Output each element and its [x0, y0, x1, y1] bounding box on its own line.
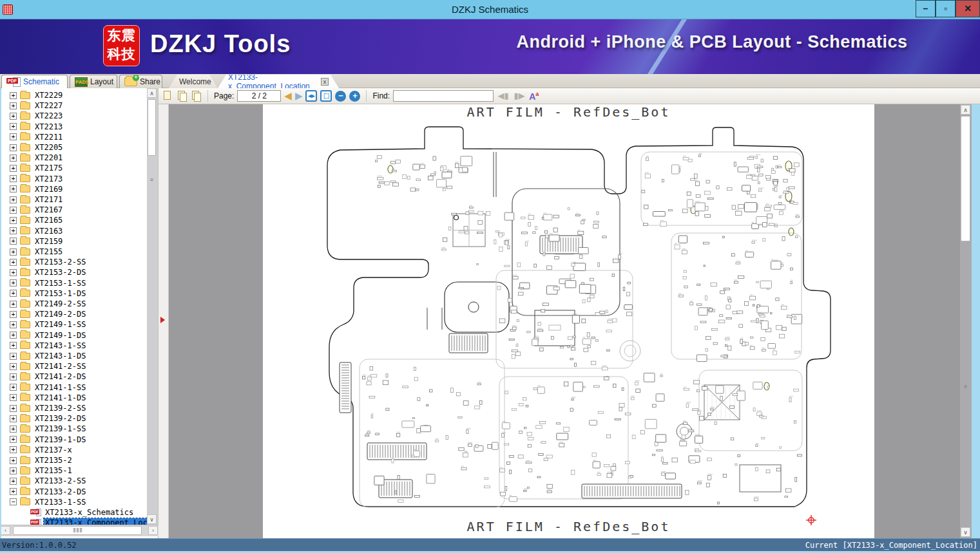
expand-toggle-icon[interactable]: + — [10, 165, 17, 172]
expand-toggle-icon[interactable]: + — [10, 426, 17, 433]
expand-toggle-icon[interactable]: + — [10, 92, 17, 99]
tab-layout[interactable]: PADS Layout — [70, 75, 117, 88]
expand-toggle-icon[interactable]: + — [10, 353, 17, 360]
expand-toggle-icon[interactable]: + — [10, 321, 17, 328]
scroll-down-icon[interactable]: ∨ — [147, 514, 157, 524]
expand-toggle-icon[interactable]: + — [10, 363, 17, 370]
viewer-scrollbar-thumb[interactable] — [961, 116, 970, 241]
zoom-out-button[interactable]: − — [335, 91, 346, 102]
tree-folder-XT2143-1-DS[interactable]: +XT2143-1-DS — [0, 351, 87, 361]
tree-horizontal-scrollbar[interactable]: ‹ ⦀⦀⦀ › — [0, 525, 159, 536]
next-page-button[interactable]: ▶ — [295, 90, 303, 102]
scroll-up-icon[interactable]: ∧ — [961, 105, 970, 115]
tree-folder-XT2169[interactable]: +XT2169 — [0, 184, 64, 194]
folder-tree[interactable]: +XT2229+XT2227+XT2223+XT2213+XT2211+XT22… — [0, 88, 147, 525]
zoom-in-button[interactable]: + — [349, 91, 360, 102]
expand-toggle-icon[interactable]: + — [10, 123, 17, 130]
expand-toggle-icon[interactable]: + — [10, 446, 17, 453]
tree-folder-XT2213[interactable]: +XT2213 — [0, 122, 64, 132]
multi-page-view-icon[interactable] — [191, 90, 202, 102]
tree-folder-XT2159[interactable]: +XT2159 — [0, 236, 64, 247]
tree-folder-XT2173[interactable]: +XT2173 — [0, 174, 64, 184]
doc-tab-component-location[interactable]: XT2133-x_Component_Location x — [218, 75, 339, 88]
tree-folder-XT2153-2-SS[interactable]: +XT2153-2-SS — [0, 257, 87, 267]
expand-toggle-icon[interactable]: + — [10, 394, 17, 401]
tree-folder-XT2149-2-SS[interactable]: +XT2149-2-SS — [0, 299, 87, 309]
tree-folder-XT2141-1-SS[interactable]: +XT2141-1-SS — [0, 382, 87, 393]
tree-folder-XT2171[interactable]: +XT2171 — [0, 194, 64, 205]
scroll-down-icon[interactable]: ∨ — [961, 527, 970, 537]
tree-vertical-scrollbar[interactable]: ∧ ≡ ∨ — [147, 88, 158, 525]
maximize-button[interactable]: ▫ — [936, 0, 956, 17]
splitter-collapse-icon[interactable] — [160, 317, 165, 323]
tree-folder-XT2143-1-SS[interactable]: +XT2143-1-SS — [0, 341, 87, 351]
expand-toggle-icon[interactable]: + — [10, 373, 17, 380]
tree-folder-XT2227[interactable]: +XT2227 — [0, 100, 64, 111]
tree-folder-XT2137-x[interactable]: +XT2137-x — [0, 445, 73, 455]
expand-toggle-icon[interactable]: + — [10, 436, 17, 443]
find-next-button[interactable]: ▮▶ — [513, 91, 526, 101]
scroll-up-icon[interactable]: ∧ — [147, 88, 157, 98]
tab-schematic[interactable]: PDF Schematic — [1, 75, 68, 88]
expand-toggle-icon[interactable]: + — [10, 342, 17, 349]
doc-tab-close-icon[interactable]: x — [321, 78, 329, 86]
find-input[interactable] — [393, 90, 494, 102]
tree-folder-XT2149-2-DS[interactable]: +XT2149-2-DS — [0, 309, 87, 319]
expand-toggle-icon[interactable]: + — [10, 488, 17, 495]
expand-toggle-icon[interactable]: + — [10, 259, 17, 266]
fit-page-button[interactable]: ⬚ — [320, 90, 332, 102]
tree-folder-XT2149-1-DS[interactable]: +XT2149-1-DS — [0, 330, 87, 341]
tree-folder-XT2139-1-SS[interactable]: +XT2139-1-SS — [0, 424, 87, 434]
tree-folder-XT2149-1-SS[interactable]: +XT2149-1-SS — [0, 319, 87, 330]
expand-toggle-icon[interactable]: + — [10, 155, 17, 162]
close-button[interactable]: ✕ — [956, 0, 980, 17]
expand-toggle-icon[interactable]: + — [10, 185, 17, 192]
tree-folder-XT2155[interactable]: +XT2155 — [0, 247, 64, 257]
tree-folder-XT2201[interactable]: +XT2201 — [0, 153, 64, 163]
tree-folder-XT2153-1-DS[interactable]: +XT2153-1-DS — [0, 288, 87, 299]
tab-share[interactable]: + Share — [119, 75, 162, 88]
expand-toggle-icon[interactable]: + — [10, 133, 17, 140]
expand-toggle-icon[interactable]: + — [10, 279, 17, 286]
expand-toggle-icon[interactable]: + — [10, 457, 17, 464]
tree-folder-XT2139-2-DS[interactable]: +XT2139-2-DS — [0, 413, 87, 424]
expand-toggle-icon[interactable]: + — [10, 311, 17, 318]
expand-toggle-icon[interactable]: + — [10, 144, 17, 151]
expand-toggle-icon[interactable]: + — [10, 175, 17, 182]
tree-pdf-item-XT2133-x_Schematics[interactable]: PDFXT2133-x_Schematics — [0, 507, 135, 518]
tree-folder-XT2133-2-DS[interactable]: +XT2133-2-DS — [0, 487, 87, 497]
tree-scrollbar-thumb[interactable] — [148, 99, 156, 156]
expand-toggle-icon[interactable]: + — [10, 196, 17, 203]
tree-folder-XT2205[interactable]: +XT2205 — [0, 142, 64, 153]
tree-folder-XT2175[interactable]: +XT2175 — [0, 163, 64, 173]
tree-folder-XT2139-1-DS[interactable]: +XT2139-1-DS — [0, 435, 87, 445]
expand-toggle-icon[interactable]: + — [10, 478, 17, 485]
scroll-right-icon[interactable]: › — [148, 526, 158, 535]
title-bar[interactable]: DZKJ Schematics – ▫ ✕ — [0, 0, 980, 19]
expand-toggle-icon[interactable]: + — [10, 332, 17, 339]
tree-folder-XT2223[interactable]: +XT2223 — [0, 111, 64, 121]
find-previous-button[interactable]: ◀▮ — [497, 91, 510, 101]
sidebar-splitter[interactable] — [159, 104, 169, 538]
expand-toggle-icon[interactable]: + — [10, 113, 17, 120]
tree-folder-XT2133-1-SS[interactable]: −XT2133-1-SS — [0, 497, 87, 507]
tree-folder-XT2165[interactable]: +XT2165 — [0, 215, 64, 225]
tree-folder-XT2167[interactable]: +XT2167 — [0, 205, 64, 215]
doc-tab-welcome[interactable]: Welcome — [169, 75, 218, 88]
expand-toggle-icon[interactable]: + — [10, 248, 17, 256]
tree-folder-XT2135-1[interactable]: +XT2135-1 — [0, 465, 73, 476]
tree-folder-XT2133-2-SS[interactable]: +XT2133-2-SS — [0, 476, 87, 486]
tree-hscrollbar-thumb[interactable]: ⦀⦀⦀ — [13, 526, 142, 535]
collapse-toggle-icon[interactable]: − — [10, 498, 17, 505]
tree-folder-XT2139-2-SS[interactable]: +XT2139-2-SS — [0, 403, 87, 413]
tree-folder-XT2229[interactable]: +XT2229 — [0, 90, 64, 100]
expand-toggle-icon[interactable]: + — [10, 217, 17, 224]
expand-toggle-icon[interactable]: + — [10, 102, 17, 109]
tree-folder-XT2135-2[interactable]: +XT2135-2 — [0, 455, 73, 465]
viewer-vertical-scrollbar[interactable]: ∧ ≡ ∨ — [960, 104, 972, 538]
expand-toggle-icon[interactable]: + — [10, 467, 17, 474]
single-page-view-icon[interactable] — [162, 90, 173, 102]
expand-toggle-icon[interactable]: + — [10, 238, 17, 245]
tree-folder-XT2141-1-DS[interactable]: +XT2141-1-DS — [0, 393, 87, 403]
previous-page-button[interactable]: ◀ — [284, 90, 292, 102]
